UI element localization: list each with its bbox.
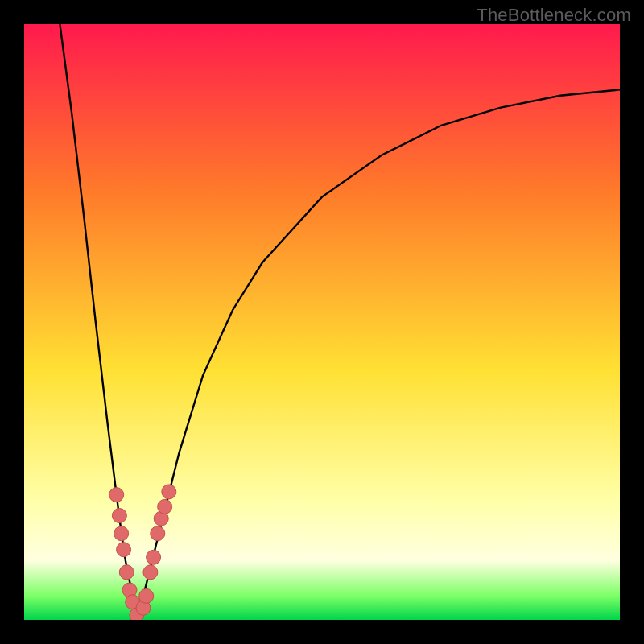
sample-dot	[109, 488, 124, 502]
sample-dot	[119, 565, 134, 580]
sample-dots	[109, 485, 176, 620]
sample-dot	[147, 550, 161, 564]
sample-dot	[162, 485, 176, 499]
sample-dot	[114, 526, 129, 541]
watermark-text: TheBottleneck.com	[477, 5, 631, 26]
sample-dot	[112, 509, 126, 523]
sample-dot	[158, 499, 172, 514]
chart-svg	[24, 24, 620, 620]
plot-viewport	[24, 24, 620, 620]
sample-dot	[143, 565, 158, 580]
sample-dot	[151, 526, 165, 541]
sample-dot	[117, 543, 131, 557]
frame: TheBottleneck.com	[0, 0, 644, 644]
bottleneck-curve	[60, 24, 620, 620]
sample-dot	[139, 588, 154, 603]
